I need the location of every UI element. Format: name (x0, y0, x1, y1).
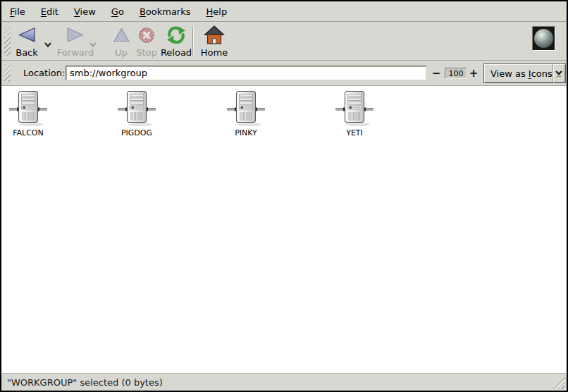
view-as-label: View as Icons (484, 64, 552, 82)
reload-label: Reload (161, 47, 192, 58)
file-item-label: FALCON (13, 128, 44, 137)
menu-file[interactable]: File (2, 3, 33, 20)
menu-help[interactable]: Help (199, 3, 235, 20)
menu-edit[interactable]: Edit (33, 3, 66, 20)
throbber (532, 26, 555, 51)
location-label: Location: (23, 61, 65, 85)
location-input[interactable] (66, 66, 426, 80)
up-button[interactable]: Up (107, 23, 135, 59)
location-bar: Location: − 100 + View as Icons (1, 61, 567, 86)
server-icon (117, 90, 156, 127)
forward-history-chevron-icon[interactable] (87, 37, 99, 51)
menu-view[interactable]: View (66, 3, 104, 20)
resize-grip-icon[interactable] (552, 376, 565, 389)
toolbar: Back Forward Up (1, 22, 567, 61)
home-icon (204, 25, 225, 44)
chevron-down-icon (552, 64, 565, 82)
server-icon (226, 90, 266, 127)
icon-view: FALCON PIGDOG PINKY YETI (1, 86, 567, 373)
back-button[interactable]: Back (10, 23, 44, 59)
server-icon (335, 90, 374, 127)
status-text: "WORKGROUP" selected (0 bytes) (7, 377, 163, 388)
file-item-yeti[interactable]: YETI (328, 90, 381, 137)
up-arrow-icon (113, 25, 130, 44)
stop-icon (138, 25, 155, 44)
home-button[interactable]: Home (199, 23, 230, 59)
throbber-globe-icon (534, 29, 553, 48)
file-manager-window: File Edit View Go Bookmarks Help Back (0, 0, 568, 392)
stop-label: Stop (136, 47, 157, 58)
file-item-falcon[interactable]: FALCON (1, 90, 55, 137)
location-bar-drag-handle[interactable] (4, 64, 11, 82)
file-item-pigdog[interactable]: PIGDOG (110, 90, 163, 137)
file-item-label: PINKY (235, 128, 257, 137)
home-label: Home (201, 47, 228, 58)
up-label: Up (115, 47, 128, 58)
reload-icon (166, 25, 186, 44)
statusbar: "WORKGROUP" selected (0 bytes) (1, 373, 567, 391)
forward-arrow-icon (66, 25, 85, 44)
stop-button[interactable]: Stop (132, 23, 161, 59)
reload-button[interactable]: Reload (159, 23, 193, 59)
file-item-pinky[interactable]: PINKY (219, 90, 273, 137)
file-item-label: PIGDOG (121, 128, 152, 137)
server-icon (8, 90, 48, 127)
zoom-out-button[interactable]: − (431, 61, 442, 85)
menu-bookmarks[interactable]: Bookmarks (132, 3, 199, 20)
zoom-level-indicator[interactable]: 100 (445, 68, 467, 79)
back-history-chevron-icon[interactable] (42, 37, 54, 51)
menu-go[interactable]: Go (104, 3, 132, 20)
back-arrow-icon (18, 25, 36, 44)
file-item-label: YETI (346, 128, 363, 137)
view-as-dropdown[interactable]: View as Icons (483, 63, 566, 83)
menubar: File Edit View Go Bookmarks Help (1, 1, 567, 22)
toolbar-separator (192, 27, 193, 55)
back-label: Back (16, 47, 38, 58)
zoom-in-button[interactable]: + (468, 61, 479, 85)
